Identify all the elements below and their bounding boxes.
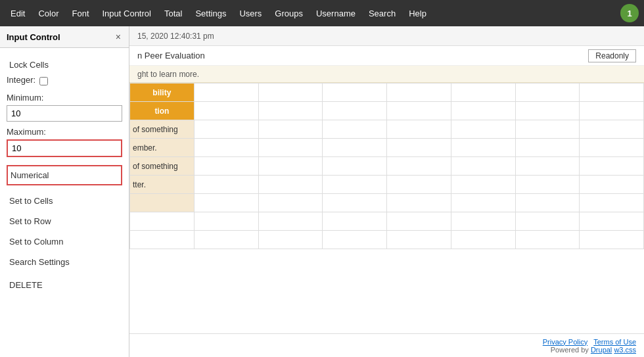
cell-2-5[interactable] [387,139,451,157]
cell-3-4[interactable] [323,157,387,176]
cell-6-4[interactable] [323,212,387,231]
cell-5-3[interactable] [258,194,323,212]
cell-1-8[interactable] [580,120,644,139]
grid-row-3: of something [130,157,644,176]
minimum-label: Minimum: [7,93,122,103]
cell-7-8[interactable] [580,231,644,249]
set-to-column-item[interactable]: Set to Column [7,231,122,252]
cell-4-3[interactable] [258,176,323,194]
cell-4-5[interactable] [387,176,451,194]
grid-row-5 [130,194,644,212]
cell-1-7[interactable] [515,120,580,139]
cell-3-5[interactable] [387,157,451,176]
hint-bar: ght to learn more. [129,66,644,83]
privacy-policy-link[interactable]: Privacy Policy [543,338,587,346]
nav-input-control[interactable]: Input Control [97,5,156,22]
cell-3-6[interactable] [451,157,515,176]
cell-3-8[interactable] [580,157,644,176]
minimum-input[interactable] [7,105,122,122]
numerical-item[interactable]: Numerical [7,165,122,185]
cell-1-4[interactable] [323,120,387,139]
cell-3-7[interactable] [515,157,580,176]
cell-6-8[interactable] [580,212,644,231]
content-title-bar: n Peer Evaluation Readonly [129,46,644,66]
lock-cells-item[interactable]: Lock Cells [7,55,122,75]
cell-1-6[interactable] [451,120,515,139]
nav-edit[interactable]: Edit [5,5,30,22]
nav-groups[interactable]: Groups [269,5,308,22]
cell-6-3[interactable] [258,212,323,231]
cell-7-6[interactable] [451,231,515,249]
cell-1-1[interactable]: of something [130,120,195,139]
cell-7-4[interactable] [323,231,387,249]
cell-2-4[interactable] [323,139,387,157]
cell-3-3[interactable] [258,157,323,176]
cell-4-8[interactable] [580,176,644,194]
nav-search[interactable]: Search [363,5,401,22]
cell-4-1[interactable]: tter. [130,176,195,194]
cell-7-3[interactable] [258,231,323,249]
search-settings-item[interactable]: Search Settings [7,252,122,272]
col-header2-6 [451,102,515,120]
terms-of-use-link[interactable]: Terms of Use [593,338,636,346]
col-header2-8 [580,102,644,120]
grid-header-row-2: tion [130,102,644,120]
set-to-row-item[interactable]: Set to Row [7,211,122,231]
user-avatar[interactable]: 1 [620,4,639,22]
footer-bar: Privacy Policy Terms of Use Powered by D… [129,333,644,357]
cell-5-4[interactable] [323,194,387,212]
col-header2-2 [194,102,258,120]
cell-5-2[interactable] [194,194,258,212]
footer-powered: Powered by Drupal w3.css [551,346,636,354]
col-header-5 [387,83,451,102]
col-header2-4 [323,102,387,120]
w3css-link[interactable]: w3.css [614,346,636,354]
cell-5-8[interactable] [580,194,644,212]
cell-6-1[interactable] [130,212,195,231]
nav-color[interactable]: Color [33,5,64,22]
cell-4-4[interactable] [323,176,387,194]
nav-settings[interactable]: Settings [190,5,231,22]
sidebar-close-button[interactable]: × [114,32,122,42]
drupal-link[interactable]: Drupal [591,346,612,354]
set-to-cells-item[interactable]: Set to Cells [7,191,122,211]
cell-6-6[interactable] [451,212,515,231]
cell-7-2[interactable] [194,231,258,249]
cell-6-2[interactable] [194,212,258,231]
maximum-input[interactable] [7,139,122,157]
cell-2-3[interactable] [258,139,323,157]
cell-5-7[interactable] [515,194,580,212]
cell-7-5[interactable] [387,231,451,249]
cell-5-1[interactable] [130,194,195,212]
grid-area[interactable]: bility tion [129,83,644,333]
delete-item[interactable]: DELETE [7,275,122,295]
cell-2-7[interactable] [515,139,580,157]
cell-5-6[interactable] [451,194,515,212]
cell-2-8[interactable] [580,139,644,157]
nav-username[interactable]: Username [311,5,361,22]
cell-2-1[interactable]: ember. [130,139,195,157]
cell-4-6[interactable] [451,176,515,194]
cell-3-2[interactable] [194,157,258,176]
col-header-8 [580,83,644,102]
cell-3-1[interactable]: of something [130,157,195,176]
col-header-1: bility [130,83,195,102]
cell-7-7[interactable] [515,231,580,249]
cell-1-5[interactable] [387,120,451,139]
cell-5-5[interactable] [387,194,451,212]
cell-6-7[interactable] [515,212,580,231]
nav-font[interactable]: Font [66,5,94,22]
cell-4-2[interactable] [194,176,258,194]
cell-6-5[interactable] [387,212,451,231]
integer-checkbox[interactable] [39,77,48,85]
cell-1-2[interactable] [194,120,258,139]
nav-users[interactable]: Users [234,5,267,22]
cell-7-1[interactable] [130,231,195,249]
readonly-button[interactable]: Readonly [588,49,636,62]
cell-2-6[interactable] [451,139,515,157]
cell-4-7[interactable] [515,176,580,194]
cell-1-3[interactable] [258,120,323,139]
nav-help[interactable]: Help [403,5,432,22]
nav-total[interactable]: Total [159,5,187,22]
cell-2-2[interactable] [194,139,258,157]
